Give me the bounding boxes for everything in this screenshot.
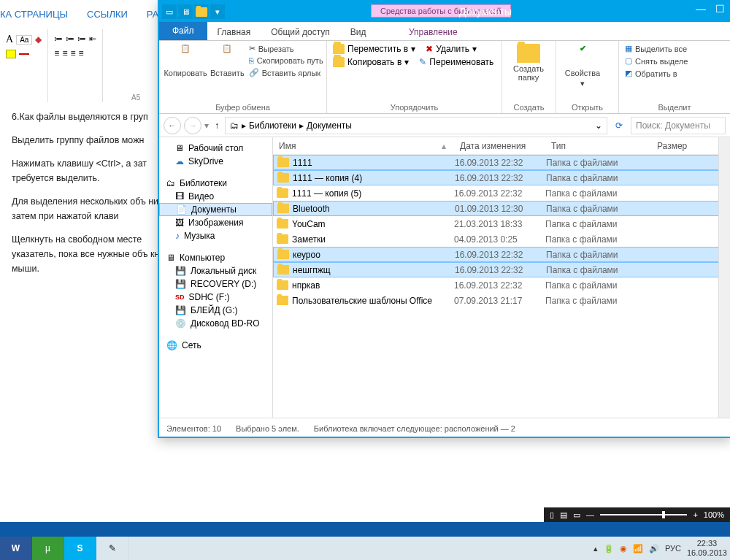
select-all-button[interactable]: ▦Выделить все <box>625 44 688 53</box>
paste-button[interactable]: 📋 Вставить <box>210 44 245 77</box>
tree-network[interactable]: 🌐Сеть <box>159 339 272 352</box>
col-name[interactable]: Имя▴ <box>273 141 454 151</box>
cloud-icon: ☁ <box>175 156 184 166</box>
copy-path-button[interactable]: ⎘Скопировать путь <box>249 56 323 65</box>
file-row[interactable]: 1111 — копия (4)16.09.2013 22:32Папка с … <box>273 170 730 185</box>
tree-sdhc[interactable]: SDSDHC (F:) <box>159 291 272 304</box>
cut-button[interactable]: ✂Вырезать <box>249 44 323 53</box>
tree-libraries[interactable]: 🗂Библиотеки <box>159 177 272 190</box>
list-buttons[interactable]: ≔≔≔⇤ <box>54 34 96 44</box>
file-row[interactable]: Bluetooth01.09.2013 12:30Папка с файлами <box>273 201 730 216</box>
qat-computer-icon[interactable]: 🖥 <box>178 4 193 19</box>
tree-documents[interactable]: 📄Документы <box>159 203 272 216</box>
tab-view[interactable]: Вид <box>340 24 377 40</box>
qat-properties-icon[interactable]: ▭ <box>162 4 177 19</box>
file-list[interactable]: 111116.09.2013 22:32Папка с файлами1111 … <box>273 155 730 418</box>
invert-selection-button[interactable]: ◩Обратить в <box>625 69 688 78</box>
maximize-button[interactable]: ☐ <box>712 3 727 15</box>
file-row[interactable]: 1111 — копия (5)16.09.2013 22:32Папка с … <box>273 185 730 201</box>
taskbar-utorrent[interactable]: µ <box>32 537 64 560</box>
libraries-icon: 🗂 <box>230 120 239 131</box>
chevron-down-icon[interactable]: ⌄ <box>595 120 602 131</box>
properties-button[interactable]: ✔ Свойства ▾ <box>562 44 603 88</box>
qat-folder-icon[interactable] <box>194 4 209 19</box>
tree-computer[interactable]: 🖥Компьютер <box>159 251 272 264</box>
col-type[interactable]: Тип <box>545 141 651 151</box>
delete-button[interactable]: ✖Удалить▾ <box>426 44 477 54</box>
file-row[interactable]: кеуроо16.09.2013 22:32Папка с файлами <box>273 247 730 262</box>
deselect-button[interactable]: ▢Снять выделе <box>625 56 688 66</box>
network-icon: 🌐 <box>166 340 177 350</box>
wifi-icon[interactable]: 📶 <box>633 544 643 553</box>
word-tab[interactable]: ССЫЛКИ <box>87 9 128 26</box>
breadcrumb-item[interactable]: Библиотеки <box>249 120 296 131</box>
col-date[interactable]: Дата изменения <box>454 141 545 151</box>
copy-button[interactable]: 📋 Копировать <box>165 44 206 77</box>
tree-blade[interactable]: 💾БЛЕЙД (G:) <box>159 304 272 317</box>
nav-tree[interactable]: 🖥Рабочий стол ☁SkyDrive 🗂Библиотеки 🎞Вид… <box>159 137 273 418</box>
file-row[interactable]: Заметки04.09.2013 0:25Папка с файлами <box>273 231 730 247</box>
breadcrumb-item[interactable]: Документы <box>307 120 352 131</box>
battery-icon[interactable]: 🔋 <box>604 544 614 553</box>
clock-time: 22:33 <box>687 539 727 548</box>
up-button[interactable]: ↑ <box>212 120 222 131</box>
clock[interactable]: 22:33 16.09.2013 <box>687 539 727 558</box>
file-row[interactable]: YouCam21.03.2013 18:33Папка с файлами <box>273 216 730 231</box>
explorer-titlebar[interactable]: ▭ 🖥 ▾ Средства работы с библиотекой Доку… <box>159 1 730 22</box>
align-buttons[interactable]: ≡≡≡≡ <box>54 48 96 58</box>
tab-share[interactable]: Общий доступ <box>261 24 340 40</box>
file-row[interactable]: нпркав16.09.2013 22:32Папка с файлами <box>273 277 730 293</box>
volume-percent: 100% <box>704 510 724 519</box>
taskbar-skype[interactable]: S <box>64 537 96 560</box>
copy-to-button[interactable]: Копировать в▾ <box>333 57 409 67</box>
highlight-control[interactable] <box>6 50 42 58</box>
back-button[interactable]: ← <box>164 117 181 134</box>
file-type: Папка с файлами <box>545 296 651 306</box>
tree-pictures[interactable]: 🖼Изображения <box>159 216 272 229</box>
search-input[interactable]: Поиск: Документы <box>631 117 726 134</box>
forward-button[interactable]: → <box>184 117 201 134</box>
scrollbar[interactable] <box>718 137 730 418</box>
tab-home[interactable]: Главная <box>207 24 261 40</box>
tree-desktop[interactable]: 🖥Рабочий стол <box>159 142 272 155</box>
recent-dropdown[interactable]: ▾ <box>204 120 209 131</box>
file-row[interactable]: нешгпжщ16.09.2013 22:32Папка с файлами <box>273 262 730 277</box>
file-type: Папка с файлами <box>546 204 652 214</box>
tree-video[interactable]: 🎞Видео <box>159 190 272 203</box>
rename-button[interactable]: ✎Переименовать <box>419 57 493 67</box>
minimize-button[interactable]: — <box>694 3 708 15</box>
file-row[interactable]: Пользовательские шаблоны Office07.09.201… <box>273 293 730 308</box>
word-paragraph: Для выделения нескольких объ них, а зате… <box>12 194 180 223</box>
tray-icon[interactable]: ◉ <box>620 544 627 553</box>
tab-manage[interactable]: Управление <box>396 24 471 40</box>
volume-slider[interactable] <box>600 514 687 515</box>
tree-bdrom[interactable]: 💿Дисковод BD-RO <box>159 317 272 330</box>
tree-music[interactable]: ♪Музыка <box>159 229 272 242</box>
select-all-icon: ▦ <box>625 44 632 53</box>
refresh-button[interactable]: ⟳ <box>610 117 628 134</box>
minus-icon[interactable]: — <box>586 510 594 519</box>
qat-dropdown-icon[interactable]: ▾ <box>210 4 225 19</box>
tab-file[interactable]: Файл <box>159 21 207 40</box>
speaker-icon[interactable]: 🔊 <box>649 544 659 553</box>
plus-icon[interactable]: + <box>693 510 697 519</box>
volume-overlay[interactable]: ▯ ▤ ▭ — + 100% <box>544 507 730 522</box>
file-row[interactable]: 111116.09.2013 22:32Папка с файлами <box>273 155 730 170</box>
new-folder-button[interactable]: Создать папку <box>508 44 549 82</box>
tree-skydrive[interactable]: ☁SkyDrive <box>159 155 272 168</box>
language-indicator[interactable]: РУС <box>665 544 681 553</box>
tree-recovery[interactable]: 💾RECOVERY (D:) <box>159 277 272 291</box>
tray-chevron-up-icon[interactable]: ▴ <box>593 544 598 553</box>
word-tab[interactable]: КА СТРАНИЦЫ <box>0 9 68 26</box>
font-size-control[interactable]: AAa◆ <box>6 34 42 45</box>
tree-local-disk[interactable]: 💾Локальный диск <box>159 264 272 277</box>
taskbar-app[interactable]: ✎ <box>96 537 128 560</box>
shortcut-icon: 🔗 <box>249 68 259 77</box>
file-type: Папка с файлами <box>545 280 651 291</box>
chevron-down-icon: ▾ <box>404 57 409 67</box>
taskbar-word[interactable]: W <box>0 537 32 560</box>
breadcrumb[interactable]: 🗂 ▸ Библиотеки ▸ Документы ⌄ <box>225 117 607 134</box>
paste-shortcut-button[interactable]: 🔗Вставить ярлык <box>249 68 323 77</box>
move-to-button[interactable]: Переместить в▾ <box>333 44 415 54</box>
chevron-right-icon: ▸ <box>299 120 304 131</box>
